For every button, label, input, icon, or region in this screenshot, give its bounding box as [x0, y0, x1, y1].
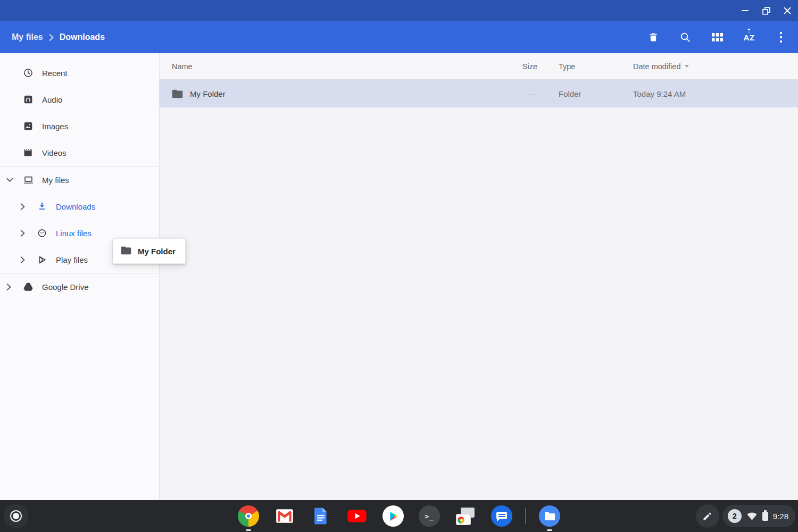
shelf: >_ 2: [0, 500, 798, 532]
toolbar: My files Downloads AZ: [0, 21, 798, 53]
sidebar-item-my-files[interactable]: My files: [0, 167, 159, 193]
sidebar-item-recent[interactable]: Recent: [0, 60, 159, 86]
search-icon: [679, 31, 691, 43]
files-app-window: My files Downloads AZ: [0, 0, 798, 532]
remote-desktop-app-button[interactable]: [455, 505, 476, 527]
column-header-date-modified[interactable]: Date modified: [633, 62, 798, 71]
row-size-cell: —: [479, 80, 537, 107]
google-docs-icon: [311, 506, 330, 526]
chevron-right-icon[interactable]: [20, 203, 36, 210]
files-icon: [539, 505, 560, 527]
messages-icon: [491, 505, 512, 527]
sidebar-item-google-drive[interactable]: Google Drive: [0, 273, 159, 300]
restore-button[interactable]: [755, 0, 777, 21]
chevron-right-icon: [49, 34, 54, 41]
sort-button[interactable]: AZ: [736, 24, 762, 50]
terminal-app-button[interactable]: >_: [419, 505, 440, 527]
row-date-cell: Today 9:24 AM: [633, 89, 798, 98]
youtube-app-button[interactable]: [346, 505, 368, 527]
shelf-apps: >_: [230, 505, 568, 527]
stylus-icon: [702, 511, 712, 521]
system-tray[interactable]: 2 9:28: [722, 505, 795, 527]
launcher-button[interactable]: [4, 504, 28, 528]
penguin-icon: [36, 228, 48, 238]
drive-icon: [22, 281, 34, 292]
launcher-icon: [10, 510, 22, 522]
sidebar-item-label: Google Drive: [37, 282, 89, 292]
clock-icon: [22, 68, 34, 78]
row-name-cell: My Folder: [160, 89, 479, 98]
sidebar-item-label: Recent: [37, 69, 68, 78]
messages-app-button[interactable]: [491, 505, 512, 527]
sidebar-item-label: Audio: [37, 95, 62, 104]
sidebar-item-audio[interactable]: Audio: [0, 86, 159, 113]
grid-view-button[interactable]: [704, 24, 730, 50]
play-icon: [36, 255, 48, 265]
sidebar-item-label: My files: [37, 176, 69, 185]
remote-desktop-icon: [455, 505, 476, 527]
stylus-tools-button[interactable]: [696, 504, 719, 528]
sidebar-item-label: Play files: [51, 255, 88, 264]
sidebar-item-label: Images: [37, 122, 68, 131]
play-store-app-button[interactable]: [383, 505, 404, 527]
google-docs-app-button[interactable]: [310, 505, 331, 527]
breadcrumb-my-files[interactable]: My files: [12, 32, 43, 42]
folder-icon: [172, 89, 183, 98]
sidebar-item-downloads[interactable]: Downloads: [0, 193, 159, 220]
running-indicator: [547, 529, 552, 531]
restore-icon: [762, 7, 770, 15]
minimize-button[interactable]: [734, 0, 755, 21]
column-header-size[interactable]: Size: [479, 53, 537, 79]
download-icon: [36, 201, 48, 212]
grid-view-icon: [712, 33, 723, 41]
folder-icon: [121, 246, 131, 256]
column-header-label: Date modified: [633, 62, 680, 71]
list-header: Name Size Type Date modified: [160, 53, 798, 80]
file-name: My Folder: [190, 89, 226, 98]
battery-icon: [762, 512, 768, 521]
sort-direction-icon: [685, 65, 689, 68]
delete-button[interactable]: [641, 24, 666, 50]
chevron-right-icon[interactable]: [20, 230, 36, 237]
chevron-right-icon[interactable]: [20, 256, 36, 263]
youtube-icon: [346, 505, 368, 527]
gmail-icon: [275, 506, 295, 526]
row-type-cell: Folder: [537, 89, 633, 98]
content-area: Recent Audio Images: [0, 53, 798, 500]
kebab-menu-icon: [779, 31, 783, 43]
sidebar-item-label: Videos: [37, 148, 66, 157]
chevron-right-icon[interactable]: [6, 284, 22, 290]
close-icon: [784, 7, 791, 14]
breadcrumb-downloads[interactable]: Downloads: [60, 32, 105, 42]
column-header-name[interactable]: Name: [160, 62, 479, 71]
trash-icon: [648, 31, 659, 43]
laptop-icon: [22, 174, 34, 186]
videos-icon: [22, 147, 34, 158]
table-row[interactable]: My Folder — Folder Today 9:24 AM: [160, 80, 798, 107]
drag-ghost-label: My Folder: [138, 247, 176, 256]
sidebar-item-videos[interactable]: Videos: [0, 139, 159, 166]
status-area: 2 9:28: [696, 504, 795, 528]
terminal-icon: >_: [419, 505, 440, 527]
file-list: Name Size Type Date modified My Folder —…: [160, 53, 798, 500]
shelf-separator: [525, 508, 526, 524]
more-options-button[interactable]: [768, 24, 794, 50]
gmail-app-button[interactable]: [274, 505, 295, 527]
titlebar: [0, 0, 798, 21]
search-button[interactable]: [672, 24, 698, 50]
column-header-type[interactable]: Type: [537, 62, 633, 71]
sidebar-item-images[interactable]: Images: [0, 113, 159, 139]
close-button[interactable]: [777, 0, 798, 21]
sidebar-item-label: Downloads: [51, 202, 95, 211]
wifi-icon: [746, 511, 758, 521]
drag-ghost: My Folder: [113, 238, 186, 264]
chrome-app-button[interactable]: [238, 505, 259, 527]
chrome-icon: [238, 505, 259, 527]
clock-time: 9:28: [773, 512, 788, 521]
breadcrumb: My files Downloads: [12, 32, 634, 42]
chevron-down-icon[interactable]: [6, 178, 22, 182]
running-indicator: [246, 529, 251, 531]
files-app-button[interactable]: [539, 505, 560, 527]
sidebar: Recent Audio Images: [0, 53, 160, 500]
sort-az-label: AZ: [744, 33, 755, 42]
